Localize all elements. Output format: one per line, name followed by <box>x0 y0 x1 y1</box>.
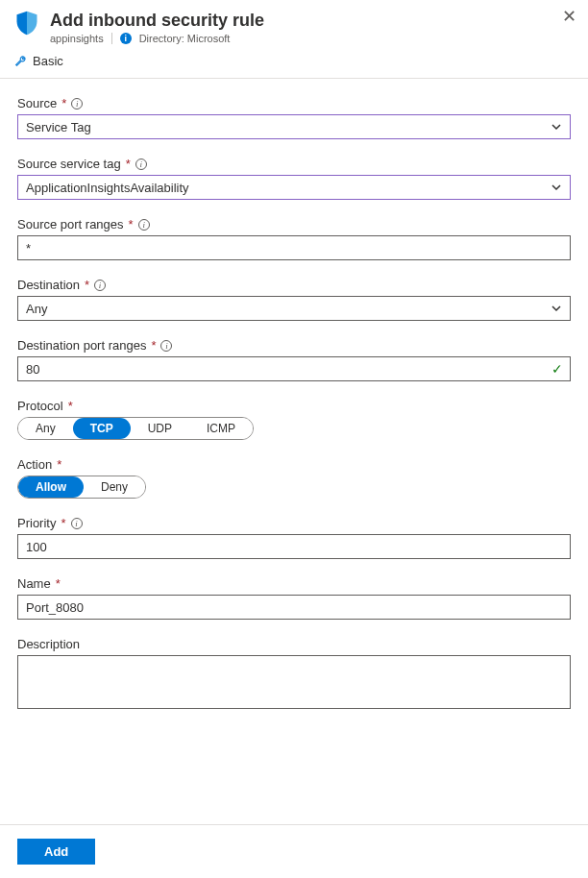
destination-port-ranges-input[interactable] <box>17 356 571 381</box>
input-wrap: ✓ <box>17 356 571 381</box>
label-row: Source * i <box>17 96 571 110</box>
info-icon[interactable]: i <box>71 98 83 110</box>
label-row: Description <box>17 637 571 651</box>
required-indicator: * <box>126 157 131 171</box>
field-protocol: Protocol * Any TCP UDP ICMP <box>17 399 571 440</box>
field-action: Action * Allow Deny <box>17 457 571 499</box>
header-text: Add inbound security rule appinsights i … <box>50 10 575 44</box>
panel-header: Add inbound security rule appinsights i … <box>0 0 588 50</box>
field-destination: Destination * i Any <box>17 278 571 321</box>
info-icon[interactable]: i <box>94 280 106 291</box>
source-service-tag-select[interactable]: ApplicationInsightsAvailability <box>17 175 571 200</box>
field-destination-port-ranges: Destination port ranges * i ✓ <box>17 338 571 381</box>
required-indicator: * <box>129 217 134 232</box>
resource-name: appinsights <box>50 33 104 44</box>
close-button[interactable]: ✕ <box>562 8 576 25</box>
required-indicator: * <box>57 457 61 472</box>
required-indicator: * <box>68 399 73 413</box>
field-source-port-ranges: Source port ranges * i <box>17 217 571 260</box>
name-label: Name <box>17 576 51 591</box>
field-name: Name * <box>17 576 571 620</box>
destination-value: Any <box>26 302 47 316</box>
label-row: Name * <box>17 576 571 591</box>
protocol-option-any[interactable]: Any <box>18 418 73 439</box>
label-row: Action * <box>17 457 571 472</box>
priority-input[interactable] <box>17 534 571 559</box>
divider <box>111 33 112 44</box>
field-priority: Priority * i <box>17 516 571 559</box>
required-indicator: * <box>61 96 66 110</box>
info-icon[interactable]: i <box>138 219 150 231</box>
label-row: Priority * i <box>17 516 571 530</box>
protocol-option-udp[interactable]: UDP <box>131 418 189 439</box>
label-row: Destination port ranges * i <box>17 338 571 353</box>
protocol-option-icmp[interactable]: ICMP <box>189 418 253 439</box>
action-pill-group: Allow Deny <box>17 476 146 499</box>
wrench-icon <box>13 55 27 68</box>
info-icon[interactable]: i <box>160 340 172 352</box>
action-label: Action <box>17 457 52 472</box>
destination-select[interactable]: Any <box>17 296 571 321</box>
protocol-label: Protocol <box>17 399 63 413</box>
form: Source * i Service Tag Source service ta… <box>0 79 588 712</box>
description-label: Description <box>17 637 80 651</box>
field-source: Source * i Service Tag <box>17 96 571 139</box>
directory-label: Directory: Microsoft <box>139 33 231 44</box>
description-input[interactable] <box>17 655 571 709</box>
required-indicator: * <box>61 516 65 530</box>
footer: Add <box>0 824 588 878</box>
destination-port-ranges-label: Destination port ranges <box>17 338 146 353</box>
source-service-tag-label: Source service tag <box>17 157 121 171</box>
destination-label: Destination <box>17 278 80 292</box>
shield-icon <box>13 10 40 37</box>
panel-title: Add inbound security rule <box>50 10 575 31</box>
label-row: Source port ranges * i <box>17 217 571 232</box>
required-indicator: * <box>56 576 61 591</box>
protocol-pill-group: Any TCP UDP ICMP <box>17 417 254 440</box>
name-input[interactable] <box>17 595 571 620</box>
source-port-ranges-input[interactable] <box>17 235 571 260</box>
info-badge-icon: i <box>120 33 132 44</box>
required-indicator: * <box>85 278 89 292</box>
basic-link[interactable]: Basic <box>33 54 63 68</box>
required-indicator: * <box>151 338 156 353</box>
field-description: Description <box>17 637 571 712</box>
label-row: Destination * i <box>17 278 571 292</box>
source-value: Service Tag <box>26 120 91 134</box>
label-row: Source service tag * i <box>17 157 571 171</box>
action-option-allow[interactable]: Allow <box>18 476 84 498</box>
chevron-down-icon <box>551 182 562 193</box>
field-source-service-tag: Source service tag * i ApplicationInsigh… <box>17 157 571 200</box>
info-icon[interactable]: i <box>71 518 83 529</box>
info-icon[interactable]: i <box>135 159 147 170</box>
chevron-down-icon <box>551 121 562 133</box>
priority-label: Priority <box>17 516 56 530</box>
add-button[interactable]: Add <box>17 839 95 865</box>
source-select[interactable]: Service Tag <box>17 114 571 139</box>
source-label: Source <box>17 96 57 110</box>
action-option-deny[interactable]: Deny <box>84 476 145 498</box>
protocol-option-tcp[interactable]: TCP <box>73 418 131 439</box>
close-icon: ✕ <box>562 7 576 26</box>
checkmark-icon: ✓ <box>551 361 563 377</box>
source-service-tag-value: ApplicationInsightsAvailability <box>26 181 189 195</box>
source-port-ranges-label: Source port ranges <box>17 217 124 232</box>
label-row: Protocol * <box>17 399 571 413</box>
panel-subtitle: appinsights i Directory: Microsoft <box>50 33 575 44</box>
chevron-down-icon <box>551 303 562 314</box>
toolbar: Basic <box>0 50 588 78</box>
